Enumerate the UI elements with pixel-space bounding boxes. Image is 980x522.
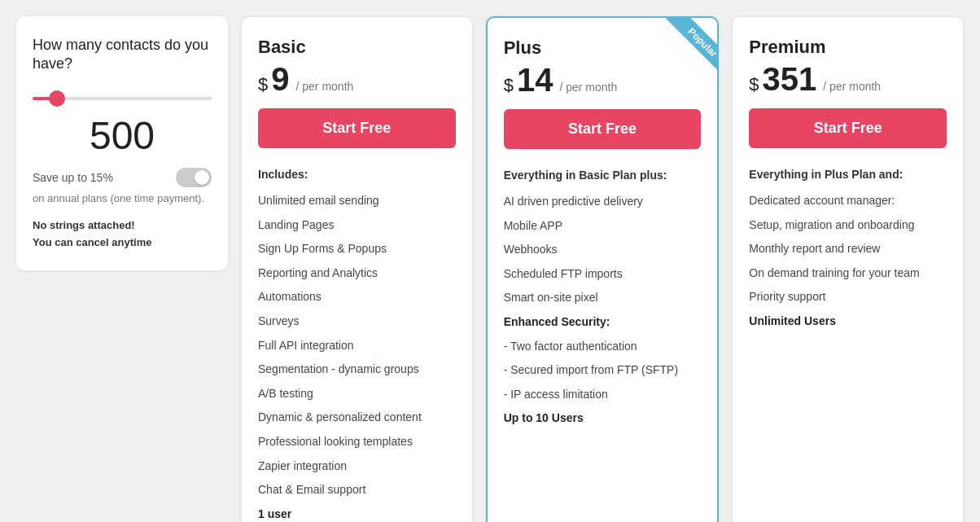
includes-label-plus: Everything in Basic Plan plus: — [504, 169, 702, 182]
plan-card-plus: PopularPlus $ 14 / per month Start FreeE… — [486, 16, 720, 522]
feature-item: Setup, migration and onboarding — [749, 213, 947, 238]
feature-item: Full API integration — [258, 334, 456, 358]
price-amount-premium: 351 — [763, 63, 817, 95]
contacts-slider[interactable] — [33, 97, 212, 100]
feature-item: On demand training for your team — [749, 261, 947, 286]
feature-item: Dynamic & personalized content — [258, 406, 456, 430]
price-period-premium: / per month — [823, 80, 881, 93]
no-strings: No strings attached!You can cancel anyti… — [33, 217, 212, 252]
feature-item: Surveys — [258, 309, 456, 334]
plan-card-premium: Premium $ 351 / per month Start FreeEver… — [732, 16, 964, 522]
save-label: Save up to 15% — [33, 171, 113, 184]
annual-toggle[interactable] — [176, 168, 212, 187]
start-btn-basic[interactable]: Start Free — [258, 108, 456, 148]
contacts-question: How many contacts do you have? — [33, 36, 212, 74]
feature-item: Mobile APP — [504, 214, 702, 239]
feature-item: Unlimited email sending — [258, 189, 456, 213]
feature-item: Scheduled FTP imports — [504, 262, 702, 287]
price-row-plus: $ 14 / per month — [504, 64, 702, 96]
feature-item: AI driven predictive delivery — [504, 190, 702, 214]
feature-item: - IP access limitation — [504, 383, 702, 407]
start-btn-plus[interactable]: Start Free — [504, 109, 702, 149]
feature-item: A/B testing — [258, 382, 456, 406]
price-amount-basic: 9 — [271, 63, 289, 95]
price-dollar-premium: $ — [749, 74, 759, 95]
features-plus: Everything in Basic Plan plus:AI driven … — [504, 169, 702, 431]
start-btn-premium[interactable]: Start Free — [749, 108, 947, 148]
feature-item: Priority support — [749, 285, 947, 309]
feature-item: Unlimited Users — [749, 309, 947, 334]
annual-note: on annual plans (one time payment). — [33, 192, 212, 204]
slider-wrapper[interactable] — [33, 89, 212, 103]
feature-item: Zapier integration — [258, 454, 456, 479]
includes-label-premium: Everything in Plus Plan and: — [749, 168, 947, 181]
save-row: Save up to 15% — [33, 168, 212, 187]
feature-item: Up to 10 Users — [504, 406, 702, 431]
plans-container: Basic $ 9 / per month Start FreeIncludes… — [241, 16, 964, 522]
price-row-premium: $ 351 / per month — [749, 63, 947, 95]
feature-item: Landing Pages — [258, 213, 456, 238]
price-row-basic: $ 9 / per month — [258, 63, 456, 95]
feature-item: - Secured import from FTP (SFTP) — [504, 358, 702, 383]
feature-item: Automations — [258, 285, 456, 309]
feature-item: - Two factor authentication — [504, 335, 702, 359]
plan-card-basic: Basic $ 9 / per month Start FreeIncludes… — [241, 16, 473, 522]
plan-name-premium: Premium — [749, 37, 947, 58]
feature-item: Sign Up Forms & Popups — [258, 237, 456, 261]
feature-item: Dedicated account manager: — [749, 189, 947, 213]
plan-name-basic: Basic — [258, 37, 456, 58]
pricing-container: How many contacts do you have? 500 Save … — [16, 16, 964, 522]
price-amount-plus: 14 — [517, 64, 553, 96]
price-dollar-plus: $ — [504, 75, 514, 96]
feature-item: Webhooks — [504, 238, 702, 262]
feature-item: Segmentation - dynamic groups — [258, 358, 456, 382]
feature-item: Reporting and Analytics — [258, 261, 456, 286]
contacts-panel: How many contacts do you have? 500 Save … — [16, 16, 228, 270]
price-period-basic: / per month — [296, 80, 354, 93]
features-premium: Everything in Plus Plan and:Dedicated ac… — [749, 168, 947, 334]
plan-name-plus: Plus — [504, 37, 702, 59]
feature-item: Enhanced Security: — [504, 310, 702, 335]
feature-item: Monthly report and review — [749, 237, 947, 261]
feature-item: Smart on-site pixel — [504, 286, 702, 310]
feature-item: Chat & Email support — [258, 478, 456, 502]
price-dollar-basic: $ — [258, 74, 268, 95]
features-basic: Includes:Unlimited email sendingLanding … — [258, 168, 456, 522]
feature-item: Professional looking templates — [258, 430, 456, 454]
feature-item: 1 user — [258, 502, 456, 522]
includes-label-basic: Includes: — [258, 168, 456, 181]
price-period-plus: / per month — [559, 81, 617, 94]
contact-count: 500 — [33, 113, 212, 158]
